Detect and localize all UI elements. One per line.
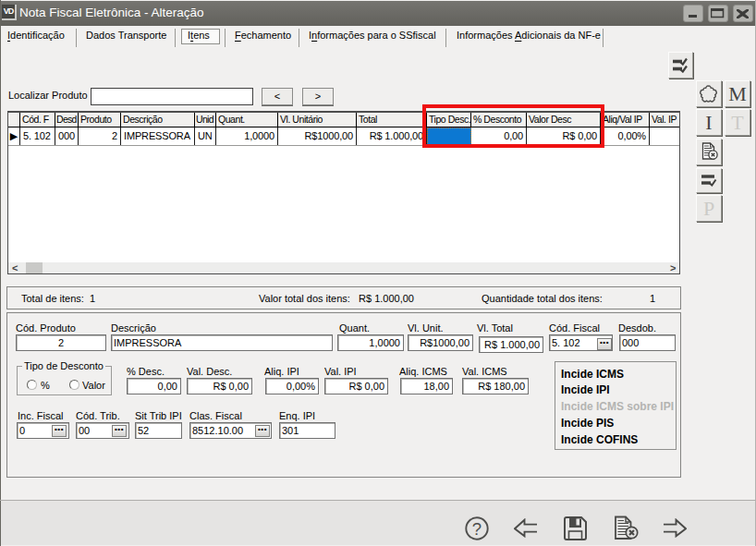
svg-text:?: ?	[472, 519, 482, 539]
